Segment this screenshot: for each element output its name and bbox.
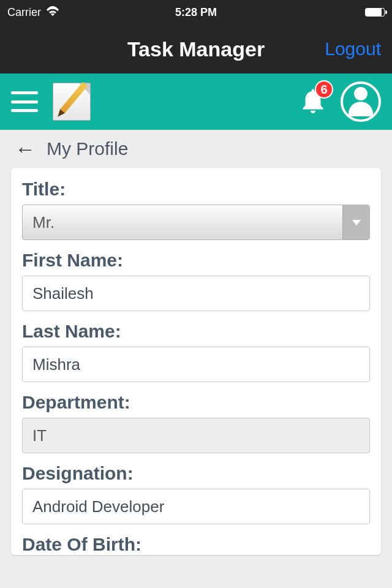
department-label: Department: [22, 392, 370, 413]
carrier-label: Carrier [7, 6, 41, 19]
clock: 5:28 PM [175, 6, 217, 19]
breadcrumb: ← My Profile [0, 130, 392, 168]
wifi-icon [46, 6, 59, 19]
designation-input[interactable] [22, 489, 370, 524]
notifications-button[interactable]: 6 [298, 85, 328, 118]
title-value: Mr. [32, 213, 55, 232]
toolbar: 6 [0, 74, 392, 130]
profile-avatar[interactable] [341, 81, 381, 122]
title-label: Title: [22, 179, 370, 200]
notification-badge: 6 [315, 80, 333, 99]
status-bar: Carrier 5:28 PM [0, 0, 392, 24]
title-bar: Task Manager Logout [0, 24, 392, 74]
first-name-input[interactable] [22, 276, 370, 311]
compose-icon[interactable] [53, 83, 91, 121]
first-name-label: First Name: [22, 250, 370, 271]
last-name-label: Last Name: [22, 321, 370, 342]
page-title: My Profile [47, 138, 128, 159]
back-button[interactable]: ← [15, 138, 36, 159]
designation-label: Designation: [22, 463, 370, 484]
profile-form: Title: Mr. First Name: Last Name: Depart… [11, 168, 381, 555]
menu-icon[interactable] [11, 91, 38, 112]
dob-label: Date Of Birth: [22, 534, 370, 555]
department-input [22, 418, 370, 453]
app-title: Task Manager [127, 37, 265, 61]
title-select[interactable]: Mr. [22, 205, 370, 240]
logout-button[interactable]: Logout [325, 39, 381, 59]
battery-icon [365, 8, 385, 17]
last-name-input[interactable] [22, 347, 370, 382]
chevron-down-icon [342, 205, 369, 239]
